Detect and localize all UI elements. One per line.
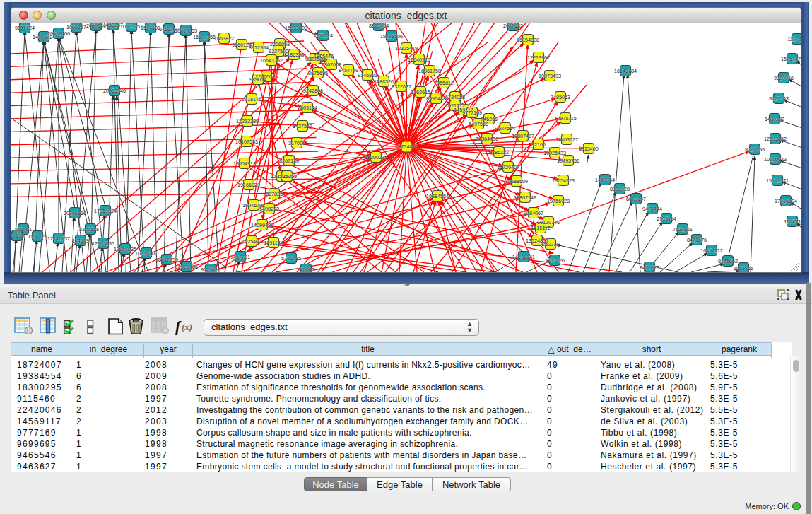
svg-text:9457791: 9457791	[230, 254, 250, 260]
svg-text:317006: 317006	[288, 140, 305, 146]
svg-text:10654112: 10654112	[700, 247, 722, 254]
svg-text:12505135: 12505135	[92, 240, 114, 247]
svg-text:19166829: 19166829	[237, 182, 260, 188]
svg-text:8990448: 8990448	[426, 95, 446, 102]
svg-text:5498222: 5498222	[259, 206, 279, 212]
svg-text:17957235: 17957235	[114, 246, 136, 252]
svg-text:2935114: 2935114	[657, 216, 676, 222]
svg-text:8938928: 8938928	[610, 186, 630, 192]
svg-text:20206536: 20206536	[64, 210, 86, 216]
svg-text:14099489: 14099489	[251, 222, 273, 228]
svg-text:9227343: 9227343	[769, 95, 789, 102]
svg-text:19218506: 19218506	[380, 33, 403, 40]
svg-text:10807487: 10807487	[512, 133, 534, 139]
svg-text:9474444: 9474444	[642, 206, 662, 212]
svg-text:8267130: 8267130	[279, 158, 299, 164]
svg-text:16033809: 16033809	[285, 25, 307, 31]
svg-text:1362615: 1362615	[411, 89, 430, 95]
svg-text:15692971: 15692971	[766, 177, 789, 184]
svg-text:15720407: 15720407	[497, 164, 519, 170]
svg-text:746266: 746266	[481, 116, 498, 122]
svg-text:6879197: 6879197	[626, 196, 646, 202]
svg-text:7625402: 7625402	[242, 238, 261, 245]
svg-text:17016504: 17016504	[775, 198, 797, 204]
svg-text:1527602: 1527602	[141, 25, 160, 31]
svg-text:1065327: 1065327	[66, 24, 86, 30]
svg-text:3675685: 3675685	[308, 70, 328, 76]
svg-text:17359924: 17359924	[94, 208, 117, 214]
svg-text:f: f	[175, 318, 182, 335]
svg-text:116753: 116753	[784, 218, 800, 225]
svg-text:3624554: 3624554	[495, 125, 515, 132]
svg-text:10210643: 10210643	[764, 156, 787, 163]
svg-text:2087682: 2087682	[503, 23, 523, 29]
svg-text:10958107: 10958107	[135, 250, 158, 257]
svg-text:12213389: 12213389	[236, 118, 259, 124]
svg-text:19654913: 19654913	[233, 160, 256, 167]
svg-text:19654923: 19654923	[552, 177, 575, 184]
svg-text:8813054: 8813054	[369, 23, 389, 29]
svg-text:18300295: 18300295	[365, 154, 387, 160]
svg-text:16961758: 16961758	[418, 68, 441, 74]
svg-text:19495756: 19495756	[557, 158, 579, 164]
svg-text:8471676: 8471676	[687, 237, 707, 243]
svg-text:7663822: 7663822	[214, 35, 234, 42]
svg-text:7485063: 7485063	[551, 94, 570, 100]
svg-text:16782759: 16782759	[155, 257, 178, 263]
svg-text:20691406: 20691406	[47, 30, 70, 37]
svg-text:2718176: 2718176	[242, 96, 261, 103]
svg-text:12093852: 12093852	[764, 136, 787, 142]
svg-text:1117404: 1117404	[788, 36, 801, 42]
svg-text:19463627: 19463627	[555, 136, 578, 143]
svg-text:16543362: 16543362	[260, 57, 283, 64]
svg-text:8912954: 8912954	[249, 45, 269, 51]
svg-text:9777169: 9777169	[462, 110, 482, 116]
svg-text:2803144: 2803144	[298, 105, 317, 111]
svg-text:7886322: 7886322	[489, 149, 509, 156]
svg-text:20364436: 20364436	[476, 136, 498, 142]
svg-text:23975887: 23975887	[79, 226, 102, 233]
svg-text:9155724: 9155724	[15, 25, 35, 31]
svg-text:6734028: 6734028	[445, 94, 465, 100]
svg-text:2226058: 2226058	[270, 41, 290, 47]
svg-text:935061: 935061	[15, 226, 32, 233]
svg-text:10025433: 10025433	[543, 150, 566, 156]
svg-text:18724007: 18724007	[396, 144, 418, 150]
svg-text:12342737: 12342737	[47, 235, 70, 242]
svg-text:5716485: 5716485	[281, 255, 301, 262]
svg-text:39154: 39154	[11, 233, 24, 239]
svg-text:9146821: 9146821	[358, 72, 377, 78]
svg-text:12325419: 12325419	[395, 45, 418, 52]
svg-text:8471670: 8471670	[640, 264, 659, 271]
svg-text:8322037: 8322037	[392, 83, 411, 90]
svg-text:15751074: 15751074	[781, 56, 801, 62]
svg-text:9245012: 9245012	[201, 267, 220, 273]
svg-text:19384554: 19384554	[426, 193, 449, 199]
svg-text:10120746: 10120746	[537, 219, 560, 226]
svg-text:12975115: 12975115	[554, 115, 576, 122]
svg-text:14136141: 14136141	[512, 254, 535, 260]
svg-text:20053346: 20053346	[103, 88, 126, 94]
svg-text:18807249: 18807249	[514, 194, 536, 201]
svg-text:1235359: 1235359	[277, 173, 297, 180]
svg-text:62160: 62160	[531, 141, 546, 148]
svg-text:7357224: 7357224	[313, 33, 333, 39]
svg-text:12323486: 12323486	[175, 264, 198, 270]
svg-text:1156829: 1156829	[28, 233, 47, 240]
svg-text:9242848: 9242848	[303, 88, 323, 94]
svg-text:16640910: 16640910	[408, 57, 430, 63]
svg-text:8186328: 8186328	[284, 52, 304, 58]
svg-text:1691144: 1691144	[264, 240, 283, 246]
svg-text:9084067: 9084067	[524, 210, 543, 216]
svg-text:7955812: 7955812	[434, 80, 454, 86]
svg-text:10973493: 10973493	[539, 73, 561, 79]
svg-text:9115460: 9115460	[579, 146, 598, 152]
svg-text:114519: 114519	[72, 238, 88, 244]
svg-text:9245652: 9245652	[718, 258, 738, 264]
svg-text:16154808: 16154808	[517, 37, 539, 43]
svg-text:1480322: 1480322	[765, 116, 784, 122]
svg-text:8215955: 8215955	[745, 146, 765, 153]
svg-text:1733426: 1733426	[545, 257, 565, 264]
svg-text:10107553: 10107553	[235, 139, 258, 145]
svg-text:19756928: 19756928	[547, 198, 570, 204]
